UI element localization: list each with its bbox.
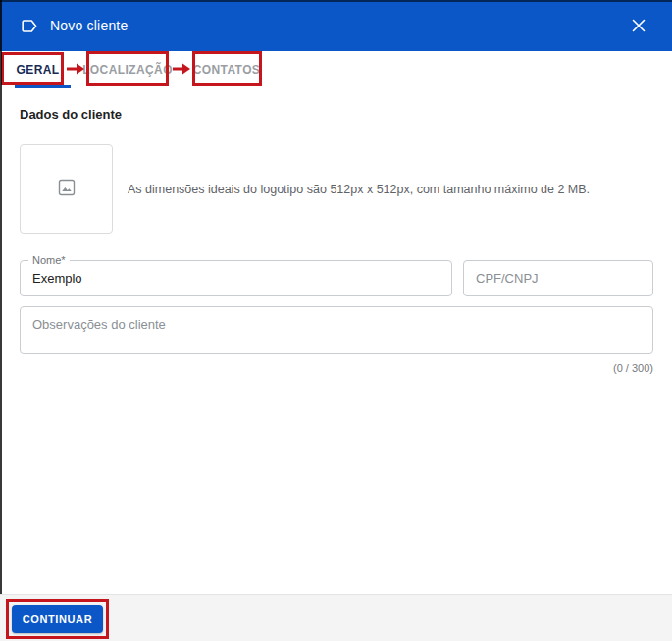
novo-cliente-dialog: Novo cliente GERAL LOCALIZAÇÃO CONTATOS … xyxy=(0,0,672,641)
nome-field-label: Nome* xyxy=(28,254,70,267)
dialog-title: Novo cliente xyxy=(50,18,128,33)
cpf-cnpj-field xyxy=(463,260,653,296)
wizard-tabs: GERAL LOCALIZAÇÃO CONTATOS xyxy=(0,51,672,88)
logo-upload-dropzone[interactable] xyxy=(20,144,113,234)
dialog-left-edge xyxy=(0,0,2,594)
nome-field: Nome* xyxy=(20,260,452,296)
tab-contatos[interactable]: CONTATOS xyxy=(195,51,258,88)
active-tab-indicator xyxy=(15,85,71,88)
dialog-top-edge xyxy=(0,0,672,2)
char-counter: (0 / 300) xyxy=(613,362,653,374)
dialog-header: Novo cliente xyxy=(0,0,672,51)
logo-dimensions-hint: As dimensões ideais do logotipo são 512p… xyxy=(128,144,638,234)
nome-input[interactable] xyxy=(21,261,451,295)
tab-geral[interactable]: GERAL xyxy=(10,51,66,88)
section-title: Dados do cliente xyxy=(20,107,122,122)
label-icon xyxy=(20,17,38,35)
image-icon xyxy=(57,178,77,201)
observacoes-field xyxy=(20,306,653,354)
cpf-cnpj-input[interactable] xyxy=(464,261,652,295)
observacoes-textarea[interactable] xyxy=(21,307,652,353)
tab-localizacao[interactable]: LOCALIZAÇÃO xyxy=(89,51,166,88)
close-icon[interactable] xyxy=(625,12,652,39)
continue-button[interactable]: CONTINUAR xyxy=(12,605,103,633)
